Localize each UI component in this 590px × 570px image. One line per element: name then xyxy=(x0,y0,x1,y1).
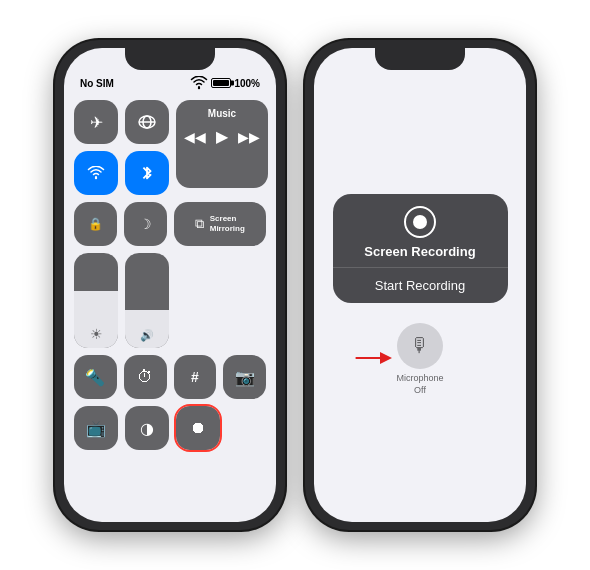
screen-record-icon: ⏺ xyxy=(190,419,206,437)
notch-left xyxy=(125,48,215,70)
mic-area: 🎙 Microphone Off xyxy=(396,323,443,396)
bluetooth-tile[interactable] xyxy=(125,151,169,195)
airplane-icon: ✈ xyxy=(90,113,103,132)
red-arrow-icon xyxy=(354,348,394,368)
timer-tile[interactable]: ⏱ xyxy=(124,355,167,399)
cc-row-2: 🔒 ☽ ⧉ ScreenMirroring xyxy=(74,202,266,246)
screen-record-tile[interactable]: ⏺ xyxy=(176,406,220,450)
dnd-icon: ☽ xyxy=(139,216,152,232)
volume-icon: 🔊 xyxy=(140,329,154,342)
notch-right xyxy=(375,48,465,70)
phone-right-screen: Screen Recording Start Recording xyxy=(314,48,526,522)
wifi-tile-icon xyxy=(87,166,105,180)
prev-icon[interactable]: ◀◀ xyxy=(184,129,206,145)
popup-record-dot xyxy=(413,215,427,229)
start-recording-button[interactable]: Start Recording xyxy=(333,268,508,303)
music-label: Music xyxy=(184,108,260,119)
screen-mirror-label: ScreenMirroring xyxy=(210,214,245,233)
screen-mirror-icon: ⧉ xyxy=(195,216,204,232)
brightness-slider[interactable]: ☀ xyxy=(74,253,118,348)
dnd-tile[interactable]: ☽ xyxy=(124,202,167,246)
music-controls: ◀◀ ▶ ▶▶ xyxy=(184,127,260,146)
calculator-icon: # xyxy=(191,369,199,385)
bluetooth-icon xyxy=(140,164,154,182)
cellular-tile[interactable] xyxy=(125,100,169,144)
cc-row-3: ☀ 🔊 xyxy=(74,253,266,348)
arrow-indicator xyxy=(354,348,394,372)
rotation-lock-tile[interactable]: 🔒 xyxy=(74,202,117,246)
microphone-button[interactable]: 🎙 xyxy=(397,323,443,369)
popup-record-icon xyxy=(404,206,436,238)
remote-icon: 📺 xyxy=(86,419,106,438)
rotation-lock-icon: 🔒 xyxy=(88,217,103,231)
screen-recording-popup: Screen Recording Start Recording xyxy=(333,194,508,303)
cellular-icon xyxy=(137,112,157,132)
wifi-tile[interactable] xyxy=(74,151,118,195)
popup-title: Screen Recording xyxy=(333,244,508,259)
volume-slider[interactable]: 🔊 xyxy=(125,253,169,348)
screen-mirroring-tile[interactable]: ⧉ ScreenMirroring xyxy=(174,202,266,246)
cc-row-4: 🔦 ⏱ # 📷 xyxy=(74,355,266,399)
next-icon[interactable]: ▶▶ xyxy=(238,129,260,145)
wifi-icon-status xyxy=(190,76,208,90)
torch-icon: 🔦 xyxy=(85,368,105,387)
battery-label: 100% xyxy=(234,78,260,89)
torch-tile[interactable]: 🔦 xyxy=(74,355,117,399)
music-tile[interactable]: Music ◀◀ ▶ ▶▶ xyxy=(176,100,268,188)
svg-point-0 xyxy=(198,87,200,89)
timer-icon: ⏱ xyxy=(137,368,153,386)
microphone-label: Microphone Off xyxy=(396,373,443,396)
airplane-tile[interactable]: ✈ xyxy=(74,100,118,144)
accessibility-icon: ◑ xyxy=(140,419,154,438)
svg-point-4 xyxy=(95,177,97,179)
scene: No SIM 100% xyxy=(0,0,590,570)
battery-icon-status xyxy=(211,78,231,88)
cc-row-5: 📺 ◑ ⏺ xyxy=(74,406,266,450)
carrier-label: No SIM xyxy=(80,78,114,89)
sun-icon: ☀ xyxy=(90,326,103,342)
phone-left: No SIM 100% xyxy=(55,40,285,530)
camera-tile[interactable]: 📷 xyxy=(223,355,266,399)
phone-left-screen: No SIM 100% xyxy=(64,48,276,522)
calculator-tile[interactable]: # xyxy=(174,355,217,399)
accessibility-tile[interactable]: ◑ xyxy=(125,406,169,450)
camera-icon: 📷 xyxy=(235,368,255,387)
remote-tile[interactable]: 📺 xyxy=(74,406,118,450)
control-center: ✈ xyxy=(64,94,276,463)
cc-row-1: ✈ xyxy=(74,100,266,195)
play-icon[interactable]: ▶ xyxy=(216,127,228,146)
phone-right: Screen Recording Start Recording xyxy=(305,40,535,530)
